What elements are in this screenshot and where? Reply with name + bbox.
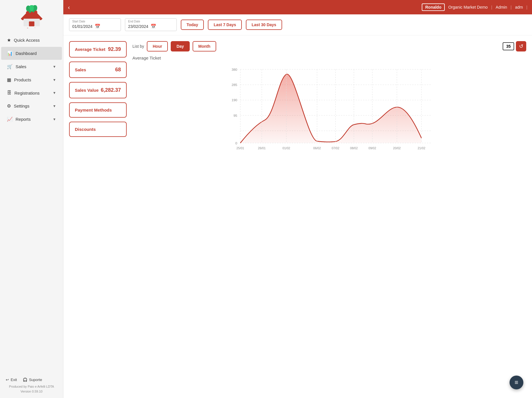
app-name-label: Organic Market Demo	[448, 5, 488, 9]
discounts-label: Discounts	[75, 127, 96, 132]
sales-card[interactable]: Sales 68	[69, 62, 127, 78]
sidebar-item-label: Quick Access	[14, 38, 40, 43]
hour-button[interactable]: Hour	[147, 41, 168, 51]
app-logo: Organic Market	[17, 5, 46, 28]
chevron-down-icon: ▼	[53, 104, 56, 108]
svg-text:0: 0	[235, 141, 237, 145]
support-link[interactable]: 🎧 Suporte	[23, 378, 42, 382]
svg-text:380: 380	[231, 68, 237, 71]
fab-button[interactable]: ≡	[510, 376, 523, 389]
svg-text:Organic: Organic	[26, 27, 37, 28]
right-chart: List by Hour Day Month 35 ↺ Average Tick…	[132, 41, 526, 155]
sidebar-item-reports[interactable]: 📈 Reports ▼	[1, 113, 62, 126]
sidebar-footer: ↩ Exit 🎧 Suporte Produced by Paio e Arfe…	[0, 373, 63, 398]
sidebar: Organic Market ★ Quick Access 📊 Dashboar…	[0, 0, 63, 398]
svg-rect-4	[29, 21, 34, 26]
gear-icon: ⚙	[7, 103, 11, 109]
start-date-field[interactable]: Start Date 01/01/2024 📅	[69, 18, 121, 31]
svg-text:07/02: 07/02	[332, 146, 339, 150]
dashboard-icon: 📊	[7, 51, 13, 56]
calendar-icon[interactable]: 📅	[151, 24, 156, 29]
chevron-down-icon: ▼	[53, 117, 56, 121]
list-by-bar: List by Hour Day Month 35 ↺	[132, 41, 526, 51]
svg-text:26/01: 26/01	[258, 146, 266, 150]
refresh-area: 35 ↺	[503, 41, 526, 51]
sidebar-item-products[interactable]: ▦ Products ▼	[1, 73, 62, 86]
average-ticket-value: 92.39	[108, 46, 121, 52]
start-date-value: 01/01/2024	[72, 24, 92, 29]
sidebar-item-label: Reports	[16, 117, 31, 122]
sidebar-item-sales[interactable]: 🛒 Sales ▼	[1, 60, 62, 73]
topbar-right: Ronaldo Organic Market Demo | Admin | ad…	[422, 3, 527, 11]
chevron-down-icon: ▼	[53, 78, 56, 82]
payment-methods-card[interactable]: Payment Methods	[69, 102, 127, 118]
content-area: Start Date 01/01/2024 📅 End Date 23/02/2…	[63, 14, 532, 398]
sidebar-item-label: Dashboard	[16, 51, 37, 56]
svg-text:06/02: 06/02	[313, 146, 321, 150]
support-icon: 🎧	[23, 378, 27, 382]
sales-label: Sales	[75, 67, 86, 72]
today-button[interactable]: Today	[181, 20, 204, 30]
end-date-label: End Date	[128, 20, 174, 23]
dashboard-body: Average Ticket 92.39 Sales 68 Sales Valu…	[63, 35, 532, 161]
end-date-field[interactable]: End Date 23/02/2024 📅	[125, 18, 177, 31]
average-ticket-label: Average Ticket	[75, 47, 105, 52]
chevron-down-icon: ▼	[53, 65, 56, 69]
main-area: ‹ Ronaldo Organic Market Demo | Admin | …	[63, 0, 532, 398]
sidebar-item-registrations[interactable]: 🗄 Registrations ▼	[1, 87, 62, 99]
sidebar-item-label: Products	[14, 77, 31, 82]
refresh-count: 35	[503, 42, 514, 50]
user-short-label: adm	[515, 5, 523, 9]
svg-text:25/01: 25/01	[236, 146, 244, 150]
list-by-left: List by Hour Day Month	[132, 41, 216, 51]
calendar-icon[interactable]: 📅	[95, 24, 100, 29]
svg-text:285: 285	[231, 83, 237, 87]
exit-link[interactable]: ↩ Exit	[6, 378, 17, 382]
svg-text:08/02: 08/02	[350, 146, 358, 150]
registrations-icon: 🗄	[7, 90, 12, 95]
sidebar-item-dashboard[interactable]: 📊 Dashboard	[1, 47, 62, 60]
chart-title: Average Ticket	[132, 56, 526, 60]
left-cards: Average Ticket 92.39 Sales 68 Sales Valu…	[69, 41, 127, 155]
role-label: Admin	[496, 5, 507, 9]
svg-point-8	[26, 11, 29, 14]
list-by-label: List by	[132, 44, 144, 49]
exit-icon: ↩	[6, 378, 9, 382]
sidebar-item-settings[interactable]: ⚙ Settings ▼	[1, 100, 62, 112]
sales-value-card[interactable]: Sales Value 6,282.37	[69, 82, 127, 98]
day-button[interactable]: Day	[171, 41, 190, 51]
sales-value-label: Sales Value	[75, 88, 99, 93]
sidebar-nav: ★ Quick Access 📊 Dashboard 🛒 Sales ▼ ▦ P…	[0, 33, 63, 126]
fab-icon: ≡	[515, 379, 518, 386]
svg-text:95: 95	[233, 114, 238, 117]
user-badge[interactable]: Ronaldo	[422, 3, 445, 11]
sales-value-amount: 6,282.37	[101, 87, 121, 93]
svg-text:09/02: 09/02	[368, 146, 376, 150]
sidebar-item-label: Settings	[14, 104, 29, 108]
svg-text:20/02: 20/02	[393, 146, 401, 150]
star-icon: ★	[7, 37, 11, 43]
menu-toggle-button[interactable]: ‹	[68, 4, 70, 11]
discounts-card[interactable]: Discounts	[69, 122, 127, 137]
date-filter-bar: Start Date 01/01/2024 📅 End Date 23/02/2…	[63, 14, 532, 35]
chart-container: 380 285 190 95 0	[132, 63, 526, 155]
sidebar-item-quick-access[interactable]: ★ Quick Access	[1, 34, 62, 47]
sidebar-item-label: Registrations	[14, 91, 40, 95]
footer-credit: Produced by Paio e Arfelli LDTAVersion 0…	[6, 384, 57, 394]
chevron-down-icon: ▼	[53, 91, 56, 95]
products-icon: ▦	[7, 77, 11, 83]
last7-button[interactable]: Last 7 Days	[208, 20, 242, 30]
sidebar-item-label: Sales	[16, 64, 26, 69]
reports-icon: 📈	[7, 116, 13, 122]
topbar: ‹ Ronaldo Organic Market Demo | Admin | …	[63, 0, 532, 14]
month-button[interactable]: Month	[193, 41, 216, 51]
svg-text:21/02: 21/02	[418, 146, 425, 150]
sales-value: 68	[115, 67, 121, 73]
average-ticket-card[interactable]: Average Ticket 92.39	[69, 41, 127, 58]
svg-text:01/02: 01/02	[282, 146, 290, 150]
refresh-button[interactable]: ↺	[516, 41, 526, 51]
start-date-label: Start Date	[72, 20, 118, 23]
last30-button[interactable]: Last 30 Days	[246, 20, 282, 30]
logo-area: Organic Market	[0, 0, 63, 33]
sales-icon: 🛒	[7, 64, 13, 69]
